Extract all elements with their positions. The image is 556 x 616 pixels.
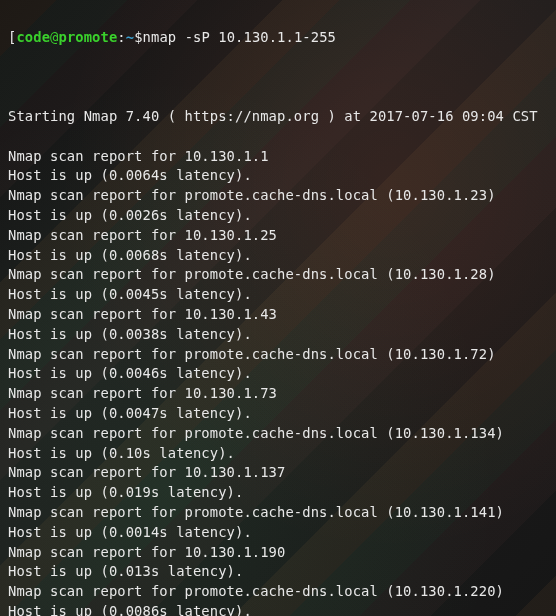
prompt-path: ~ (126, 29, 134, 45)
host-status-line: Host is up (0.10s latency). (8, 444, 548, 464)
scan-report-line: Nmap scan report for promote.cache-dns.l… (8, 503, 548, 523)
host-status-line: Host is up (0.0026s latency). (8, 206, 548, 226)
host-status-line: Host is up (0.0038s latency). (8, 325, 548, 345)
nmap-start-line: Starting Nmap 7.40 ( https://nmap.org ) … (8, 107, 548, 127)
host-status-line: Host is up (0.0046s latency). (8, 364, 548, 384)
host-status-line: Host is up (0.0045s latency). (8, 285, 548, 305)
prompt-line: [code@promote:~$nmap -sP 10.130.1.1-255 (8, 28, 548, 48)
host-status-line: Host is up (0.0068s latency). (8, 246, 548, 266)
host-status-line: Host is up (0.0047s latency). (8, 404, 548, 424)
command-text: nmap -sP 10.130.1.1-255 (143, 29, 336, 45)
scan-report-line: Nmap scan report for promote.cache-dns.l… (8, 186, 548, 206)
host-status-line: Host is up (0.019s latency). (8, 483, 548, 503)
prompt-colon: : (117, 29, 125, 45)
scan-report-line: Nmap scan report for promote.cache-dns.l… (8, 582, 548, 602)
scan-report-line: Nmap scan report for promote.cache-dns.l… (8, 424, 548, 444)
scan-report-line: Nmap scan report for 10.130.1.1 (8, 147, 548, 167)
scan-report-line: Nmap scan report for promote.cache-dns.l… (8, 345, 548, 365)
prompt-host: promote (58, 29, 117, 45)
scan-report-line: Nmap scan report for 10.130.1.190 (8, 543, 548, 563)
prompt-dollar: $ (134, 29, 142, 45)
blank-line (8, 67, 548, 87)
terminal[interactable]: [code@promote:~$nmap -sP 10.130.1.1-255 … (0, 0, 556, 616)
scan-report-line: Nmap scan report for 10.130.1.137 (8, 463, 548, 483)
host-status-line: Host is up (0.0086s latency). (8, 602, 548, 616)
host-status-line: Host is up (0.013s latency). (8, 562, 548, 582)
scan-report-line: Nmap scan report for 10.130.1.25 (8, 226, 548, 246)
scan-report-line: Nmap scan report for promote.cache-dns.l… (8, 265, 548, 285)
host-status-line: Host is up (0.0014s latency). (8, 523, 548, 543)
host-status-line: Host is up (0.0064s latency). (8, 166, 548, 186)
scan-report-line: Nmap scan report for 10.130.1.73 (8, 384, 548, 404)
prompt-user: code (16, 29, 50, 45)
scan-report-line: Nmap scan report for 10.130.1.43 (8, 305, 548, 325)
